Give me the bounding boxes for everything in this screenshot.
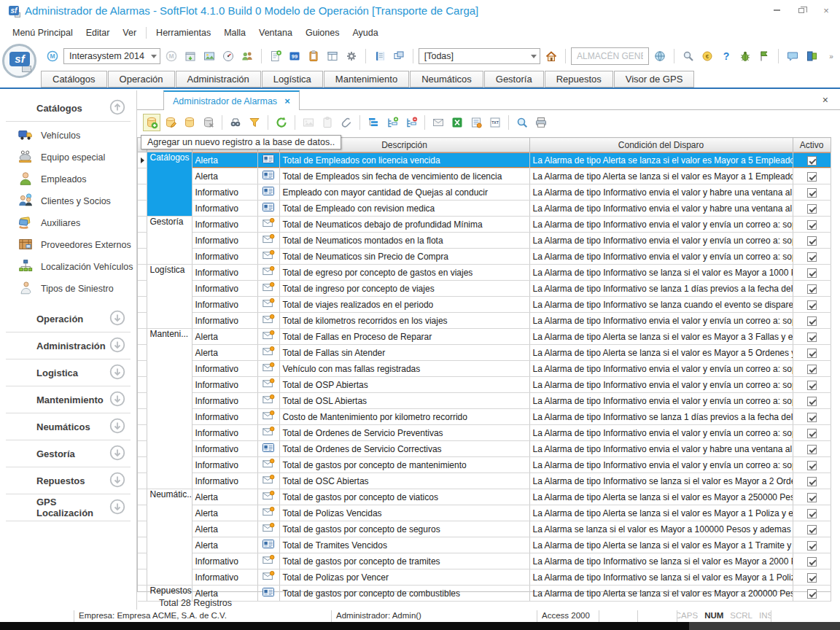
active-checkbox[interactable] (807, 284, 817, 294)
table-row[interactable]: CatálogosAlertaTotal de Empleados con li… (138, 152, 831, 168)
table-row[interactable]: InformativoTotal de Neumaticos montados … (138, 233, 831, 249)
sidebar-section-logistica[interactable]: Logistica (0, 359, 136, 386)
active-checkbox[interactable] (807, 349, 817, 358)
badge-99-icon[interactable]: 99 (286, 47, 303, 65)
table-row[interactable]: AlertaTotal de Tramites VencidosLa Alarm… (138, 537, 831, 553)
active-checkbox[interactable] (807, 188, 817, 198)
table-row[interactable]: GestoríaInformativoTotal de Neumaticos d… (138, 217, 831, 233)
module-tab-administracion[interactable]: Administración (176, 71, 261, 88)
globe-icon[interactable] (651, 47, 669, 65)
sidebar-item-tipos-de-siniestro[interactable]: Tipos de Siniestro (0, 278, 136, 300)
warehouse-search-box[interactable] (571, 47, 649, 65)
paste-icon[interactable] (319, 114, 336, 131)
scope-combobox[interactable]: [Todas] (419, 48, 540, 64)
table-row[interactable]: InformativoTotal de Ordenes de Servicio … (138, 425, 831, 441)
active-checkbox[interactable] (807, 413, 817, 422)
chevron-down-icon[interactable] (109, 471, 126, 491)
table-row[interactable]: Neumátic...AlertaTotal de gastos por con… (138, 489, 831, 505)
refresh-icon[interactable] (273, 114, 290, 131)
sidebar-item-vehiculos[interactable]: Vehículos (0, 125, 136, 147)
active-checkbox[interactable] (807, 525, 817, 534)
chevron-up-icon[interactable] (109, 98, 126, 118)
sidebar-section-mantenimiento[interactable]: Mantenimiento (0, 386, 136, 413)
chevron-down-icon[interactable] (109, 417, 126, 437)
group-list-icon[interactable] (365, 114, 382, 131)
menu-menu-principal[interactable]: Menú Principal (6, 26, 79, 40)
flag-icon[interactable] (755, 47, 773, 65)
table-row[interactable]: InformativoTotal de OSP AbiertasLa Alarm… (138, 377, 831, 393)
m-badge-grey-icon[interactable]: M (163, 47, 180, 65)
more-icon[interactable]: » (822, 47, 840, 65)
menu-ayuda[interactable]: Ayuda (346, 26, 384, 40)
module-tab-gestoria[interactable]: Gestoría (484, 71, 544, 88)
sidebar-section-gestoria[interactable]: Gestoría (0, 440, 136, 467)
minimize-icon[interactable] (771, 5, 782, 15)
table-row[interactable]: InformativoTotal de Ordenes de Servicio … (138, 441, 831, 457)
active-checkbox[interactable] (807, 541, 817, 551)
sidebar-section-catalogos[interactable]: Catálogos (0, 95, 136, 121)
active-checkbox[interactable] (807, 429, 817, 438)
sidebar-section-gps-localizacion[interactable]: GPS Localización (0, 494, 136, 521)
chevron-down-icon[interactable] (109, 390, 126, 410)
active-checkbox[interactable] (807, 316, 817, 326)
sidebar-section-repuestos[interactable]: Repuestos (0, 467, 136, 494)
active-checkbox[interactable] (807, 381, 817, 390)
table-row[interactable]: AlertaTotal de Fallas sin AtenderLa Alar… (138, 345, 831, 361)
sidebar-section-neumaticos[interactable]: Neumáticos (0, 413, 136, 440)
exit-icon[interactable] (803, 47, 820, 65)
module-tab-operacion[interactable]: Operación (108, 71, 175, 88)
picture-icon[interactable] (201, 47, 218, 65)
menu-guiones[interactable]: Guiones (299, 26, 346, 40)
table-row[interactable]: InformativoTotal de kilometros recorrido… (138, 313, 831, 329)
restore-icon[interactable] (796, 5, 806, 15)
table-row[interactable]: RepuestosAlertaTotal de gastos por conce… (138, 586, 831, 602)
profile-combobox[interactable]: Interasystem 2014 (63, 48, 160, 64)
clipboard-icon[interactable] (305, 47, 322, 65)
euro-icon[interactable]: € (699, 47, 716, 65)
sidebar-section-operacion[interactable]: Operación (0, 306, 136, 332)
menu-ver[interactable]: Ver (116, 26, 143, 40)
print-icon[interactable] (532, 114, 550, 131)
gauge-icon[interactable] (219, 47, 237, 65)
module-tab-visor-de-gps[interactable]: Visor de GPS (614, 71, 695, 88)
database-icon[interactable] (181, 114, 198, 131)
active-checkbox[interactable] (807, 332, 817, 342)
table-row[interactable]: AlertaTotal de Empleados sin fecha de ve… (138, 168, 831, 184)
new-doc-icon[interactable] (267, 47, 284, 65)
document-area-close-icon[interactable]: × (822, 94, 828, 106)
active-checkbox[interactable] (807, 509, 817, 518)
active-checkbox[interactable] (807, 589, 817, 599)
book-icon[interactable] (371, 47, 389, 65)
chevron-down-icon[interactable] (109, 309, 126, 329)
attach-icon[interactable] (338, 114, 355, 131)
active-checkbox[interactable] (807, 220, 817, 230)
table-row[interactable]: Manteni...AlertaTotal de Fallas en Proce… (138, 329, 831, 345)
export-note-icon[interactable] (467, 114, 485, 131)
find-icon[interactable] (227, 114, 244, 131)
column-header-activo[interactable]: Activo (793, 138, 831, 152)
active-checkbox[interactable] (807, 172, 817, 182)
bug-icon[interactable] (736, 47, 754, 65)
table-row[interactable]: InformativoTotal de OSC AbiertasLa Alarm… (138, 473, 831, 489)
module-tab-mantenimiento[interactable]: Mantenimiento (324, 71, 409, 88)
tab-close-icon[interactable]: × (284, 96, 290, 106)
home-icon[interactable] (542, 47, 560, 65)
active-checkbox[interactable] (807, 268, 817, 278)
sidebar-item-auxiliares[interactable]: Auxiliares (0, 212, 136, 234)
sidebar-item-empleados[interactable]: Empleados (0, 168, 136, 190)
table-row[interactable]: InformativoVehículo con mas fallas regis… (138, 361, 831, 377)
gear-icon[interactable] (343, 47, 360, 65)
sidebar-item-proveedores-externos[interactable]: Proveedores Externos (0, 234, 136, 256)
table-row[interactable]: InformativoTotal de Neumaticos sin Preci… (138, 249, 831, 265)
active-checkbox[interactable] (807, 493, 817, 502)
chevron-down-icon[interactable] (109, 498, 126, 518)
active-checkbox[interactable] (807, 573, 817, 583)
table-row[interactable]: InformativoTotal de OSL AbiertasLa Alarm… (138, 393, 831, 409)
table-row[interactable]: InformativoTotal de Polizas por VencerLa… (138, 569, 831, 586)
module-tab-catalogos[interactable]: Catálogos (41, 71, 107, 88)
chevron-down-icon[interactable] (109, 444, 126, 464)
filter-icon[interactable] (246, 114, 263, 131)
sidebar-item-equipo-especial[interactable]: Equipo especial (0, 147, 136, 168)
active-checkbox[interactable] (807, 557, 817, 567)
collapse-groups-icon[interactable] (402, 114, 420, 131)
